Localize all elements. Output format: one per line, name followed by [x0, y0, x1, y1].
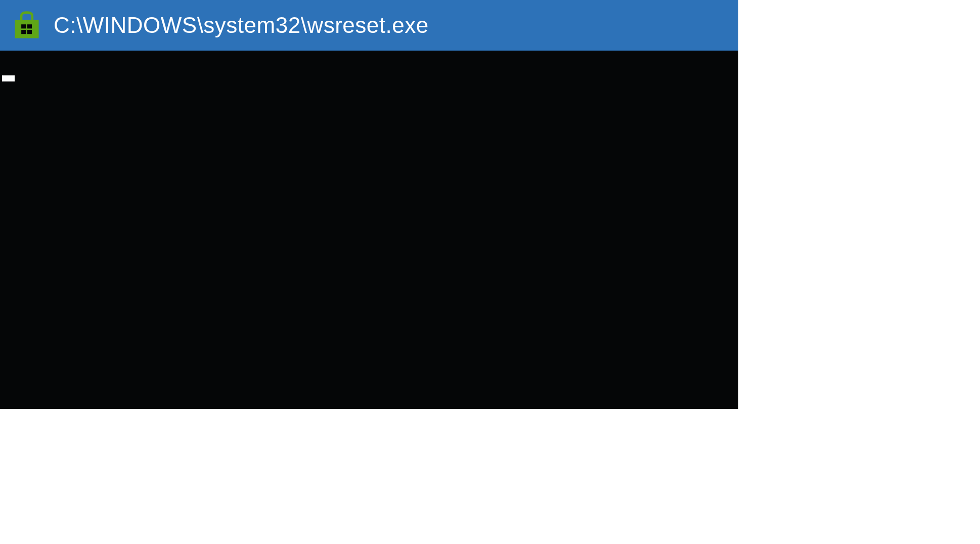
- svg-rect-0: [21, 24, 26, 28]
- svg-rect-1: [27, 24, 32, 28]
- title-bar[interactable]: C:\WINDOWS\system32\wsreset.exe: [0, 0, 738, 51]
- windows-store-icon: [12, 11, 41, 40]
- window-title: C:\WINDOWS\system32\wsreset.exe: [54, 13, 429, 38]
- svg-rect-3: [27, 30, 32, 34]
- terminal-body[interactable]: [0, 51, 738, 409]
- text-cursor: [2, 75, 15, 81]
- svg-rect-2: [21, 30, 26, 34]
- console-window[interactable]: C:\WINDOWS\system32\wsreset.exe: [0, 0, 738, 409]
